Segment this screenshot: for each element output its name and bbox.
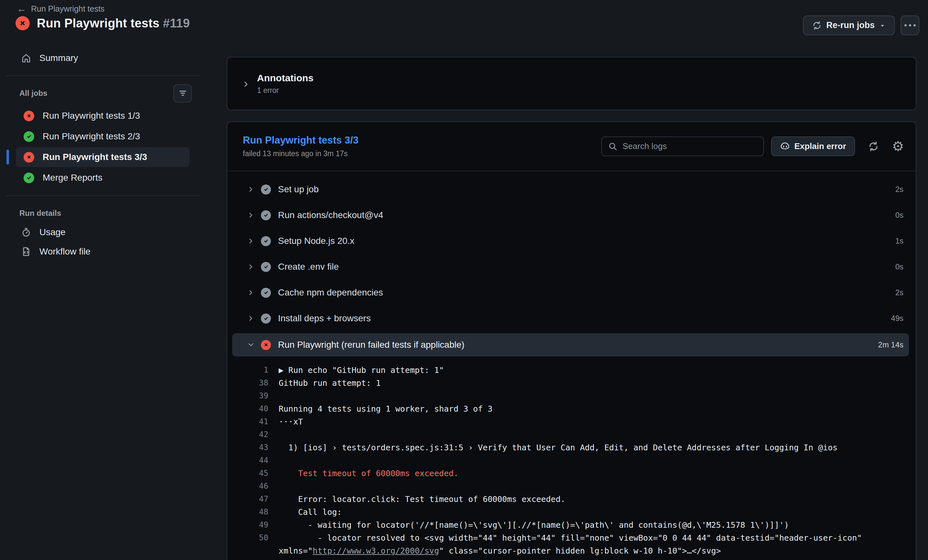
- job-title-link[interactable]: Run Playwright tests 3/3: [243, 134, 359, 146]
- job-label: Run Playwright tests 2/3: [43, 131, 140, 142]
- step-row[interactable]: Create .env file 0s: [227, 254, 916, 280]
- kebab-menu-button[interactable]: [901, 15, 919, 35]
- log-line-number[interactable]: 38: [227, 378, 268, 387]
- refresh-logs-button[interactable]: [868, 141, 879, 152]
- home-icon: [21, 53, 31, 63]
- log-line: 49 - waiting for locator('//*[name()=\'s…: [227, 518, 916, 531]
- step-label: Run Playwright (rerun failed tests if ap…: [278, 340, 464, 350]
- log-line: 42: [227, 428, 916, 441]
- sidebar-job-item[interactable]: Run Playwright tests 3/3: [16, 147, 189, 167]
- kebab-icon: [904, 24, 907, 26]
- back-link[interactable]: Run Playwright tests: [31, 4, 105, 14]
- sidebar-item-usage[interactable]: Usage: [0, 222, 207, 242]
- log-line-text: 1) [ios] › tests/orders.spec.js:31:5 › V…: [279, 443, 838, 452]
- page-title: Run Playwright tests #119: [37, 17, 190, 30]
- log-line-number[interactable]: 41: [227, 417, 268, 426]
- log-line-text: Call log:: [279, 507, 342, 517]
- sidebar-item-workflow-file[interactable]: Workflow file: [0, 242, 207, 261]
- check-circle-icon: [261, 210, 271, 220]
- log-line-number[interactable]: 45: [227, 469, 268, 478]
- step-row[interactable]: Setup Node.js 20.x 1s: [227, 228, 916, 254]
- job-label: Merge Reports: [43, 173, 102, 183]
- log-line-number[interactable]: 49: [227, 520, 268, 530]
- step-duration: 2s: [895, 288, 904, 297]
- log-line-number[interactable]: 39: [227, 391, 268, 400]
- sync-icon: [812, 21, 822, 30]
- step-label: Run actions/checkout@v4: [278, 210, 383, 220]
- log-line-text: Test timeout of 60000ms exceeded.: [279, 469, 458, 478]
- search-logs-box: [601, 137, 764, 156]
- log-line-number[interactable]: 1: [227, 365, 268, 374]
- step-label: Set up job: [278, 184, 319, 195]
- log-line: xmlns="http://www.w3.org/2000/svg" class…: [227, 544, 916, 557]
- step-duration: 2m 14s: [878, 340, 904, 349]
- step-label: Install deps + browsers: [278, 313, 371, 324]
- step-row[interactable]: Cache npm dependencies 2s: [227, 280, 916, 306]
- x-circle-icon: [24, 111, 34, 121]
- log-line: 40 Running 4 tests using 1 worker, shard…: [227, 402, 916, 415]
- x-circle-icon: [15, 16, 30, 30]
- copilot-icon: [780, 142, 790, 151]
- annotations-error-count: 1 error: [257, 86, 313, 95]
- step-duration: 0s: [895, 211, 904, 220]
- annotations-panel[interactable]: Annotations 1 error: [227, 57, 916, 110]
- chevron-right-icon: [247, 315, 255, 322]
- log-line-number[interactable]: 40: [227, 404, 268, 413]
- log-line-number[interactable]: 46: [227, 482, 268, 491]
- workflow-file-label: Workflow file: [40, 247, 90, 257]
- step-row[interactable]: Run Playwright (rerun failed tests if ap…: [232, 333, 909, 356]
- x-circle-icon: [261, 340, 271, 350]
- chevron-right-icon: [247, 186, 255, 193]
- log-line-text: xmlns="http://www.w3.org/2000/svg" class…: [279, 546, 721, 555]
- log-link[interactable]: http://www.w3.org/2000/svg: [313, 546, 439, 555]
- explain-error-button[interactable]: Explain error: [771, 137, 855, 156]
- usage-label: Usage: [40, 227, 66, 237]
- actions-run-page: { "colors": { "page_bg": "#16191e", "pan…: [0, 0, 928, 560]
- sidebar-job-item[interactable]: Run Playwright tests 2/3: [0, 126, 207, 146]
- log-line-number[interactable]: 43: [227, 443, 268, 452]
- sidebar-job-item[interactable]: Run Playwright tests 1/3: [0, 106, 207, 126]
- chevron-right-icon: [247, 289, 255, 296]
- step-label: Cache npm dependencies: [278, 288, 383, 298]
- sidebar-job-item[interactable]: Merge Reports: [0, 168, 207, 188]
- log-viewer: 1 ▶ Run echo "GitHub run attempt: 1" 38 …: [227, 356, 916, 557]
- rerun-jobs-button[interactable]: Re-run jobs: [803, 15, 895, 35]
- log-line: 50 - locator resolved to <svg width="44"…: [227, 531, 916, 544]
- steps-list: Set up job 2s Run actions/checkout@v4 0s…: [227, 171, 916, 356]
- arrow-left-icon[interactable]: ←: [17, 4, 26, 14]
- job-label: Run Playwright tests 3/3: [43, 152, 147, 162]
- log-line-text: ▶ Run echo "GitHub run attempt: 1": [279, 365, 444, 375]
- check-circle-icon: [261, 236, 271, 246]
- job-label: Run Playwright tests 1/3: [43, 111, 140, 121]
- selected-accent-bar: [6, 150, 9, 164]
- sidebar-item-summary[interactable]: Summary: [0, 49, 207, 68]
- log-line: 47 Error: locator.click: Test timeout of…: [227, 493, 916, 505]
- check-circle-icon: [261, 262, 271, 272]
- job-subtitle: failed 13 minutes ago in 3m 17s: [243, 149, 359, 158]
- step-row[interactable]: Set up job 2s: [227, 177, 916, 202]
- log-line-number[interactable]: 48: [227, 507, 268, 516]
- caret-down-icon: [879, 21, 886, 29]
- step-row[interactable]: Run actions/checkout@v4 0s: [227, 202, 916, 228]
- search-logs-input[interactable]: [623, 141, 757, 151]
- log-settings-button[interactable]: ⚙: [892, 140, 904, 153]
- sync-icon: [868, 141, 879, 152]
- chevron-right-icon: [247, 212, 255, 219]
- log-line: 43 1) [ios] › tests/orders.spec.js:31:5 …: [227, 441, 916, 454]
- search-icon: [608, 142, 617, 151]
- step-duration: 1s: [895, 236, 904, 245]
- step-duration: 49s: [891, 314, 904, 323]
- log-line-number[interactable]: 47: [227, 495, 268, 504]
- log-line-number[interactable]: 50: [227, 533, 268, 542]
- log-line: 38 GitHub run attempt: 1: [227, 376, 916, 390]
- log-line-text: ···xT: [279, 417, 303, 426]
- log-line-number[interactable]: 42: [227, 430, 268, 439]
- log-line: 45 Test timeout of 60000ms exceeded.: [227, 467, 916, 480]
- explain-error-label: Explain error: [794, 141, 846, 151]
- gear-icon: ⚙: [892, 140, 904, 153]
- step-row[interactable]: Install deps + browsers 49s: [227, 306, 916, 331]
- log-line-number[interactable]: 44: [227, 456, 268, 465]
- filter-jobs-button[interactable]: [173, 84, 192, 103]
- step-label: Create .env file: [278, 262, 339, 272]
- run-title-row: Run Playwright tests #119: [15, 16, 190, 30]
